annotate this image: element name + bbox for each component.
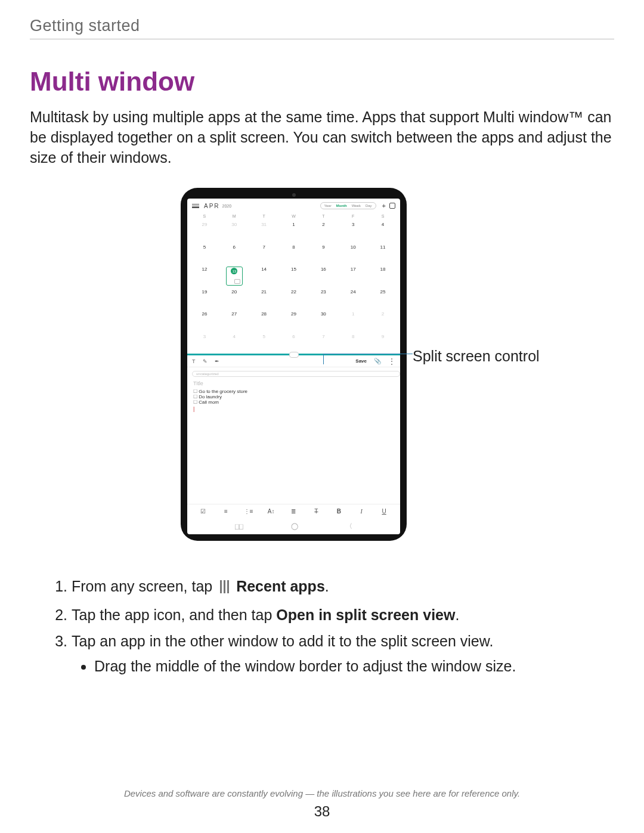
today-icon[interactable]	[389, 203, 395, 209]
calendar-pane: APR 2020 Year Month Week Day + SMTWTFS29…	[187, 199, 400, 354]
calendar-cell[interactable]: 16	[308, 264, 338, 287]
calendar-cell[interactable]: 2	[308, 219, 338, 242]
calendar-cell[interactable]: 4	[368, 219, 398, 242]
calendar-cell[interactable]: 23	[308, 287, 338, 309]
calendar-cell[interactable]: 9	[308, 242, 338, 265]
section-label: Getting started	[30, 17, 614, 39]
tablet-screen: APR 2020 Year Month Week Day + SMTWTFS29…	[187, 199, 400, 534]
calendar-cell[interactable]: 5	[190, 242, 219, 265]
calendar-year: 2020	[222, 204, 232, 208]
instruction-steps: From any screen, tap Recent apps. Tap th…	[30, 575, 614, 677]
calendar-cell[interactable]: 6	[219, 242, 249, 265]
calendar-cell[interactable]: 29	[279, 309, 309, 332]
calendar-cell[interactable]: 1	[279, 219, 309, 242]
calendar-cell[interactable]: 7	[249, 242, 279, 265]
more-icon[interactable]: ⋮	[388, 359, 395, 364]
checkbox-icon[interactable]: ☑	[192, 508, 215, 515]
back-nav-icon[interactable]: 〈	[346, 522, 352, 531]
step-1: From any screen, tap Recent apps.	[72, 575, 614, 599]
calendar-cell[interactable]: 1	[338, 309, 368, 332]
page-number: 38	[0, 803, 644, 820]
footnote: Devices and software are constantly evol…	[0, 788, 644, 798]
calendar-cell[interactable]: 8	[338, 332, 368, 354]
brush-tool-icon[interactable]: ✒	[215, 358, 219, 364]
calendar-cell[interactable]: 20	[219, 287, 249, 309]
calendar-cell[interactable]: 18	[368, 264, 398, 287]
calendar-cell[interactable]: 3	[190, 332, 219, 354]
view-week[interactable]: Week	[352, 204, 361, 208]
menu-icon[interactable]	[192, 203, 199, 209]
calendar-dow: M	[219, 213, 249, 219]
calendar-cell[interactable]: 28	[249, 309, 279, 332]
calendar-cell[interactable]: 25	[368, 287, 398, 309]
calendar-cell[interactable]: 29	[190, 219, 219, 242]
calendar-cell[interactable]: 10	[338, 242, 368, 265]
calendar-cell[interactable]: 2	[368, 309, 398, 332]
calendar-cell[interactable]: 24	[338, 287, 368, 309]
save-button[interactable]: Save	[355, 358, 367, 364]
view-month[interactable]: Month	[336, 204, 347, 208]
calendar-cell[interactable]: 12	[190, 264, 219, 287]
calendar-cell[interactable]: 21	[249, 287, 279, 309]
strike-icon[interactable]: T	[305, 508, 327, 515]
font-size-icon[interactable]: A↕	[260, 508, 283, 515]
calendar-cell[interactable]: 13	[219, 264, 249, 287]
note-checklist[interactable]: Go to the grocery store Do laundry Call …	[187, 388, 400, 406]
intro-paragraph: Multitask by using multiple apps at the …	[30, 107, 614, 168]
list-item[interactable]: Do laundry	[193, 394, 394, 400]
page-heading: Multi window	[30, 67, 614, 97]
calendar-cell[interactable]: 4	[219, 332, 249, 354]
calendar-dow: T	[308, 213, 338, 219]
calendar-cell[interactable]: 6	[279, 332, 309, 354]
callout-split-control: Split screen control	[413, 348, 540, 365]
list-item[interactable]: Call mom	[193, 400, 394, 405]
calendar-cell[interactable]: 19	[190, 287, 219, 309]
calendar-cell[interactable]: 30	[308, 309, 338, 332]
calendar-grid: SMTWTFS293031123456789101112131415161718…	[187, 213, 400, 354]
tablet-frame: APR 2020 Year Month Week Day + SMTWTFS29…	[181, 188, 407, 541]
step-bold: Open in split screen view	[276, 606, 455, 623]
calendar-view-toggle[interactable]: Year Month Week Day	[320, 202, 376, 209]
step-text: From any screen, tap	[72, 578, 212, 594]
number-list-icon[interactable]: ⋮≡	[237, 508, 260, 515]
recent-apps-icon	[219, 577, 230, 599]
view-day[interactable]: Day	[366, 204, 372, 208]
bold-icon[interactable]: B	[327, 508, 350, 515]
calendar-cell[interactable]: 14	[249, 264, 279, 287]
step-3-sub: Drag the middle of the window border to …	[94, 655, 614, 677]
note-title-placeholder[interactable]: Title	[187, 379, 400, 388]
format-toolbar: ☑ ≡ ⋮≡ A↕ ≣ T B I U	[187, 504, 400, 518]
calendar-cell[interactable]: 22	[279, 287, 309, 309]
calendar-cell[interactable]: 8	[279, 242, 309, 265]
calendar-cell[interactable]: 17	[338, 264, 368, 287]
text-tool-icon[interactable]: T	[192, 358, 196, 364]
attach-icon[interactable]: 📎	[374, 358, 381, 364]
calendar-dow: F	[338, 213, 368, 219]
calendar-cell[interactable]: 7	[308, 332, 338, 354]
calendar-cell[interactable]: 31	[249, 219, 279, 242]
calendar-cell[interactable]: 26	[190, 309, 219, 332]
underline-icon[interactable]: U	[373, 508, 395, 515]
add-event-icon[interactable]: +	[382, 202, 386, 209]
calendar-month: APR	[204, 203, 220, 209]
bullet-list-icon[interactable]: ≡	[215, 508, 237, 515]
calendar-cell[interactable]: 15	[279, 264, 309, 287]
step-text: Tap an app in the other window to add it…	[72, 633, 493, 649]
align-icon[interactable]: ≣	[283, 508, 305, 515]
system-nav-bar: ⎕⎕ ◯ 〈	[187, 518, 400, 534]
calendar-dow: S	[190, 213, 219, 219]
calendar-cell[interactable]: 3	[338, 219, 368, 242]
calendar-cell[interactable]: 30	[219, 219, 249, 242]
recents-nav-icon[interactable]: ⎕⎕	[235, 523, 243, 530]
calendar-cell[interactable]: 27	[219, 309, 249, 332]
calendar-cell[interactable]: 11	[368, 242, 398, 265]
home-nav-icon[interactable]: ◯	[291, 522, 298, 530]
italic-icon[interactable]: I	[350, 508, 373, 515]
view-year[interactable]: Year	[324, 204, 332, 208]
calendar-cell[interactable]: 9	[368, 332, 398, 354]
pen-tool-icon[interactable]: ✎	[203, 358, 208, 364]
figure: APR 2020 Year Month Week Day + SMTWTFS29…	[30, 188, 614, 546]
note-tag[interactable]: uncategorized	[192, 371, 400, 377]
list-item[interactable]: Go to the grocery store	[193, 389, 394, 394]
calendar-cell[interactable]: 5	[249, 332, 279, 354]
